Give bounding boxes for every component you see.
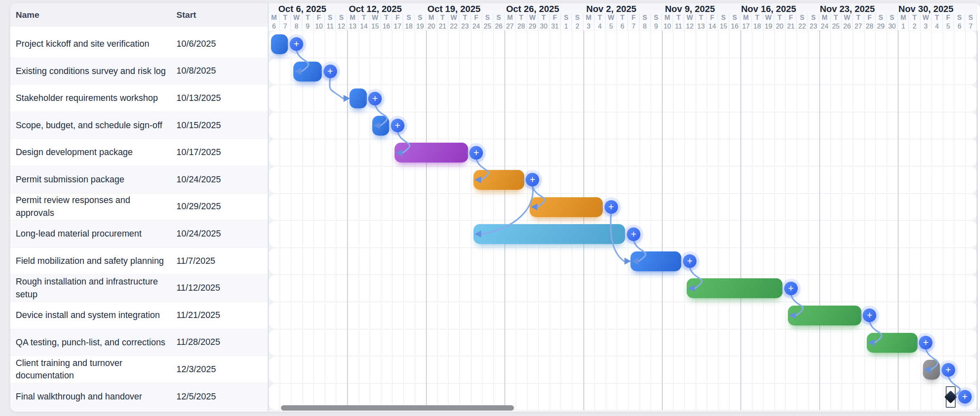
grid-line-day: [842, 31, 842, 410]
task-start-cell[interactable]: 12/3/2025: [176, 356, 247, 383]
day-letter-cell: S: [336, 13, 347, 22]
day-number-cell: 20: [774, 22, 785, 31]
task-name-cell[interactable]: Stakeholder requirements workshop: [16, 85, 167, 112]
add-connection-button[interactable]: +: [290, 37, 303, 51]
task-start-cell[interactable]: 10/13/2025: [176, 85, 247, 112]
task-bar[interactable]: [630, 251, 681, 271]
chart-row[interactable]: [269, 58, 977, 85]
add-connection-button[interactable]: +: [469, 146, 483, 160]
chart-row[interactable]: [269, 356, 977, 383]
task-bar[interactable]: [350, 88, 366, 108]
day-letter-cell: S: [954, 13, 965, 22]
task-row[interactable]: QA testing, punch-list, and corrections1…: [10, 329, 268, 356]
day-number-cell: 26: [842, 22, 853, 31]
task-name-cell[interactable]: Field mobilization and safety planning: [16, 248, 167, 275]
task-name-cell[interactable]: Rough installation and infrastructure se…: [16, 275, 167, 301]
task-name-cell[interactable]: Permit submission package: [16, 166, 167, 193]
grid-line-day: [325, 31, 325, 410]
task-row[interactable]: Permit review responses and approvals10/…: [10, 194, 268, 221]
task-bar[interactable]: [867, 333, 918, 353]
add-connection-button[interactable]: +: [368, 92, 382, 105]
add-connection-button[interactable]: +: [391, 119, 404, 132]
day-letter-cell: T: [774, 13, 785, 22]
day-number-cell: 8: [640, 22, 651, 31]
day-letter-cell: M: [426, 13, 437, 22]
chart-row[interactable]: [269, 194, 977, 220]
task-row[interactable]: Permit submission package10/24/2025: [10, 166, 268, 194]
day-letter-cell: M: [819, 13, 830, 22]
grid-line-week: [662, 13, 663, 410]
task-row[interactable]: Design development package10/17/2025: [10, 139, 268, 166]
task-name-cell[interactable]: Project kickoff and site verification: [16, 31, 167, 57]
grid-line-day: [763, 31, 764, 410]
task-bar[interactable]: [530, 197, 603, 217]
day-letter-cell: M: [662, 13, 673, 22]
add-connection-button[interactable]: +: [942, 363, 955, 377]
task-bar[interactable]: [473, 224, 626, 244]
horizontal-scrollbar-thumb[interactable]: [281, 405, 514, 411]
task-start-cell[interactable]: 12/5/2025: [176, 383, 247, 410]
add-connection-button[interactable]: +: [323, 65, 337, 78]
timeline-panel: Oct 6, 2025Oct 12, 2025Oct 19, 2025Oct 2…: [268, 3, 980, 411]
add-connection-button[interactable]: +: [604, 200, 618, 214]
task-bar[interactable]: [923, 360, 940, 380]
day-letter-cell: M: [740, 13, 752, 22]
day-number-cell: 10: [662, 22, 673, 31]
task-row[interactable]: Device install and system integration11/…: [10, 302, 268, 329]
grid-line-day: [887, 31, 887, 410]
task-name-cell[interactable]: Design development package: [16, 139, 167, 166]
task-start-cell[interactable]: 10/6/2025: [176, 31, 247, 57]
add-connection-button[interactable]: +: [784, 282, 798, 295]
task-row[interactable]: Long-lead material procurement10/24/2025: [10, 220, 268, 248]
task-start-cell[interactable]: 10/24/2025: [176, 220, 247, 247]
task-name-cell[interactable]: Long-lead material procurement: [16, 220, 167, 247]
add-connection-button[interactable]: +: [958, 390, 972, 404]
task-row[interactable]: Scope, budget, and schedule sign-off10/1…: [10, 112, 268, 139]
task-name-cell[interactable]: Device install and system integration: [16, 302, 167, 329]
task-row[interactable]: Rough installation and infrastructure se…: [10, 275, 268, 302]
task-name-cell[interactable]: Permit review responses and approvals: [16, 194, 167, 220]
add-connection-button[interactable]: +: [627, 227, 640, 241]
task-bar[interactable]: [372, 116, 389, 136]
task-name-cell[interactable]: QA testing, punch-list, and corrections: [16, 329, 167, 356]
task-start-cell[interactable]: 10/17/2025: [176, 139, 247, 166]
task-bar[interactable]: [687, 278, 783, 298]
task-bar[interactable]: [293, 62, 322, 81]
day-number-cell: 14: [707, 22, 718, 31]
day-letter-cell: M: [269, 13, 280, 22]
task-row[interactable]: Existing conditions survey and risk log1…: [10, 58, 268, 85]
chart-row[interactable]: [269, 139, 977, 166]
task-row[interactable]: Field mobilization and safety planning11…: [10, 248, 268, 275]
task-start-cell[interactable]: 11/12/2025: [176, 275, 247, 301]
add-connection-button[interactable]: +: [919, 336, 932, 349]
task-row[interactable]: Client training and turnover documentati…: [10, 356, 268, 383]
task-start-cell[interactable]: 11/21/2025: [176, 302, 247, 329]
chart-row[interactable]: [269, 248, 977, 275]
day-number-cell: 9: [302, 22, 314, 31]
add-connection-button[interactable]: +: [683, 254, 697, 268]
task-name-cell[interactable]: Existing conditions survey and risk log: [16, 58, 167, 85]
chart-row[interactable]: [269, 275, 977, 301]
task-start-cell[interactable]: 10/8/2025: [176, 58, 247, 85]
task-start-cell[interactable]: 10/29/2025: [176, 194, 247, 220]
task-start-cell[interactable]: 10/24/2025: [176, 166, 247, 193]
task-bar[interactable]: [473, 170, 524, 190]
task-bar[interactable]: [395, 143, 468, 163]
task-row[interactable]: Stakeholder requirements workshop10/13/2…: [10, 85, 268, 112]
grid-line-week: [740, 13, 741, 410]
week-header-label: Oct 19, 2025: [415, 4, 493, 14]
task-start-cell[interactable]: 11/28/2025: [176, 329, 247, 356]
task-row[interactable]: Project kickoff and site verification10/…: [10, 31, 268, 58]
chart-row[interactable]: [269, 31, 977, 57]
day-number-cell: 3: [583, 22, 595, 31]
task-bar[interactable]: [788, 306, 861, 325]
task-row[interactable]: Final walkthrough and handover12/5/2025: [10, 383, 268, 411]
task-name-cell[interactable]: Client training and turnover documentati…: [16, 356, 167, 383]
task-start-cell[interactable]: 10/15/2025: [176, 112, 247, 139]
day-letter-cell: F: [471, 13, 482, 22]
task-bar[interactable]: [271, 34, 288, 54]
task-name-cell[interactable]: Final walkthrough and handover: [16, 383, 167, 410]
chart-row[interactable]: [269, 167, 977, 193]
task-name-cell[interactable]: Scope, budget, and schedule sign-off: [16, 112, 167, 139]
task-start-cell[interactable]: 11/7/2025: [176, 248, 247, 275]
